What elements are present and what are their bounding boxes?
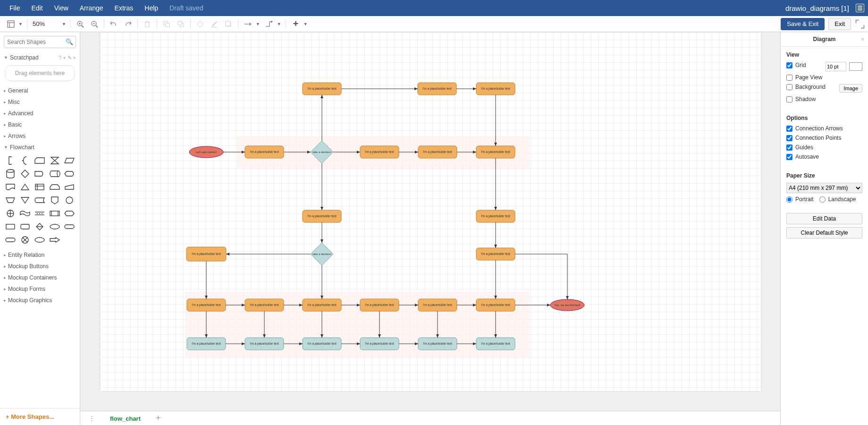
scratchpad-dropzone[interactable]: Drag elements here bbox=[5, 65, 75, 81]
menu-extras[interactable]: Extras bbox=[109, 4, 139, 12]
scratchpad-add-icon[interactable]: + bbox=[63, 55, 66, 61]
background-image-button[interactable]: Image bbox=[839, 84, 862, 93]
shape-or[interactable] bbox=[4, 208, 17, 219]
shape-database[interactable] bbox=[4, 168, 17, 179]
to-back-icon[interactable] bbox=[174, 17, 187, 31]
menu-help[interactable]: Help bbox=[139, 4, 164, 12]
shape-delay[interactable] bbox=[34, 168, 46, 179]
grid-checkbox[interactable]: Grid bbox=[786, 62, 806, 68]
category-misc[interactable]: ▸Misc bbox=[0, 96, 80, 108]
grid-color-swatch[interactable] bbox=[849, 62, 862, 71]
category-general[interactable]: ▸General bbox=[0, 85, 80, 96]
shape-manual-input[interactable] bbox=[63, 181, 76, 193]
shape-merge[interactable] bbox=[18, 195, 31, 206]
landscape-radio[interactable]: Landscape bbox=[819, 196, 856, 203]
waypoint-style-dropdown[interactable]: ▼ bbox=[262, 17, 283, 31]
shape-process[interactable] bbox=[4, 221, 17, 232]
shape-start[interactable] bbox=[48, 221, 61, 232]
shape-terminator2[interactable] bbox=[4, 234, 17, 246]
menu-view[interactable]: View bbox=[49, 4, 74, 12]
category-mockup-buttons[interactable]: ▸Mockup Buttons bbox=[0, 261, 80, 272]
shape-manual-op[interactable] bbox=[4, 195, 17, 206]
zoom-in-icon[interactable] bbox=[74, 17, 87, 31]
shape-decision[interactable] bbox=[18, 168, 31, 179]
category-entity-relation[interactable]: ▸Entity Relation bbox=[0, 249, 80, 261]
clear-style-button[interactable]: Clear Default Style bbox=[786, 227, 862, 238]
shape-annotation-brace[interactable] bbox=[18, 155, 31, 166]
shape-display[interactable] bbox=[63, 168, 76, 179]
scratchpad-header[interactable]: ▼Scratchpad ?+✎× bbox=[0, 52, 80, 63]
edit-data-button[interactable]: Edit Data bbox=[786, 213, 862, 224]
line-color-icon[interactable] bbox=[208, 17, 221, 31]
shape-ellipse2[interactable] bbox=[34, 234, 46, 246]
redo-icon[interactable] bbox=[121, 17, 135, 31]
shape-internal-storage[interactable] bbox=[34, 181, 46, 193]
shape-connector[interactable] bbox=[63, 195, 76, 206]
scratchpad-help-icon[interactable]: ? bbox=[59, 55, 61, 61]
page-view-checkbox[interactable]: Page View bbox=[786, 74, 862, 81]
shape-predefined[interactable] bbox=[48, 208, 61, 219]
page-menu-icon[interactable]: ⋮ bbox=[84, 415, 100, 422]
shape-sort[interactable] bbox=[34, 221, 46, 232]
menu-file[interactable]: File bbox=[4, 4, 26, 12]
shape-loop-limit[interactable] bbox=[48, 181, 61, 193]
shape-stored-data[interactable] bbox=[34, 195, 46, 206]
shape-terminator[interactable] bbox=[63, 221, 76, 232]
shadow-checkbox[interactable]: Shadow bbox=[786, 96, 862, 102]
scratchpad-close-icon[interactable]: × bbox=[73, 55, 76, 61]
shape-rounded[interactable] bbox=[18, 221, 31, 232]
paper-size-select[interactable]: A4 (210 mm x 297 mm) bbox=[786, 183, 862, 193]
add-page-icon[interactable]: + bbox=[151, 413, 166, 423]
shape-annotation-left[interactable] bbox=[4, 155, 17, 166]
canvas-scroll[interactable]: I'm a placeholder textI'm a placeholder … bbox=[80, 32, 780, 411]
shape-extract[interactable] bbox=[18, 181, 31, 193]
category-arrows[interactable]: ▸Arrows bbox=[0, 130, 80, 142]
to-front-icon[interactable] bbox=[160, 17, 173, 31]
shape-tape[interactable] bbox=[18, 208, 31, 219]
fullscreen-icon[interactable] bbox=[856, 20, 864, 28]
view-mode-dropdown[interactable]: ▼ bbox=[4, 17, 24, 31]
diagram-canvas[interactable]: I'm a placeholder textI'm a placeholder … bbox=[100, 32, 761, 391]
save-exit-button[interactable]: Save & Exit bbox=[781, 18, 825, 30]
insert-dropdown[interactable]: +▼ bbox=[289, 17, 309, 31]
exit-button[interactable]: Exit bbox=[828, 18, 851, 30]
scratchpad-edit-icon[interactable]: ✎ bbox=[67, 55, 72, 61]
menu-edit[interactable]: Edit bbox=[26, 4, 49, 12]
more-shapes-button[interactable]: + More Shapes... bbox=[0, 408, 80, 425]
connection-points-checkbox[interactable]: Connection Points bbox=[786, 135, 862, 141]
notes-icon[interactable] bbox=[856, 4, 864, 12]
search-icon[interactable]: 🔍 bbox=[66, 38, 73, 45]
shape-summing[interactable] bbox=[18, 234, 31, 246]
undo-icon[interactable] bbox=[107, 17, 120, 31]
shape-card[interactable] bbox=[34, 155, 46, 166]
shape-transfer[interactable] bbox=[48, 234, 61, 246]
grid-size-input[interactable] bbox=[826, 62, 846, 71]
guides-checkbox[interactable]: Guides bbox=[786, 144, 862, 151]
page-tab-flowchart[interactable]: flow_chart bbox=[100, 411, 151, 425]
menu-arrange[interactable]: Arrange bbox=[74, 4, 109, 12]
fill-color-icon[interactable] bbox=[194, 17, 207, 31]
shape-collate[interactable] bbox=[48, 155, 61, 166]
connection-arrows-checkbox[interactable]: Connection Arrows bbox=[786, 125, 862, 132]
shape-direct-data[interactable] bbox=[48, 168, 61, 179]
category-flowchart[interactable]: ▼Flowchart bbox=[0, 142, 80, 153]
portrait-radio[interactable]: Portrait bbox=[786, 196, 814, 203]
connection-style-dropdown[interactable]: ▼ bbox=[241, 17, 261, 31]
category-mockup-forms[interactable]: ▸Mockup Forms bbox=[0, 283, 80, 295]
zoom-select[interactable]: 50%▼ bbox=[30, 19, 67, 29]
shape-preparation[interactable] bbox=[63, 208, 76, 219]
panel-close-icon[interactable]: × bbox=[861, 36, 864, 42]
category-mockup-containers[interactable]: ▸Mockup Containers bbox=[0, 272, 80, 283]
shape-document[interactable] bbox=[4, 181, 17, 193]
autosave-checkbox[interactable]: Autosave bbox=[786, 153, 862, 160]
document-title[interactable]: drawio_diagrams [1] bbox=[785, 4, 849, 12]
shape-data[interactable] bbox=[63, 155, 76, 166]
category-mockup-graphics[interactable]: ▸Mockup Graphics bbox=[0, 295, 80, 306]
shape-offpage[interactable] bbox=[48, 195, 61, 206]
category-advanced[interactable]: ▸Advanced bbox=[0, 108, 80, 119]
shadow-toggle-icon[interactable] bbox=[222, 17, 235, 31]
zoom-out-icon[interactable] bbox=[88, 17, 101, 31]
shape-parallel[interactable] bbox=[34, 208, 46, 219]
background-checkbox[interactable]: Background bbox=[786, 84, 826, 90]
category-basic[interactable]: ▸Basic bbox=[0, 119, 80, 130]
